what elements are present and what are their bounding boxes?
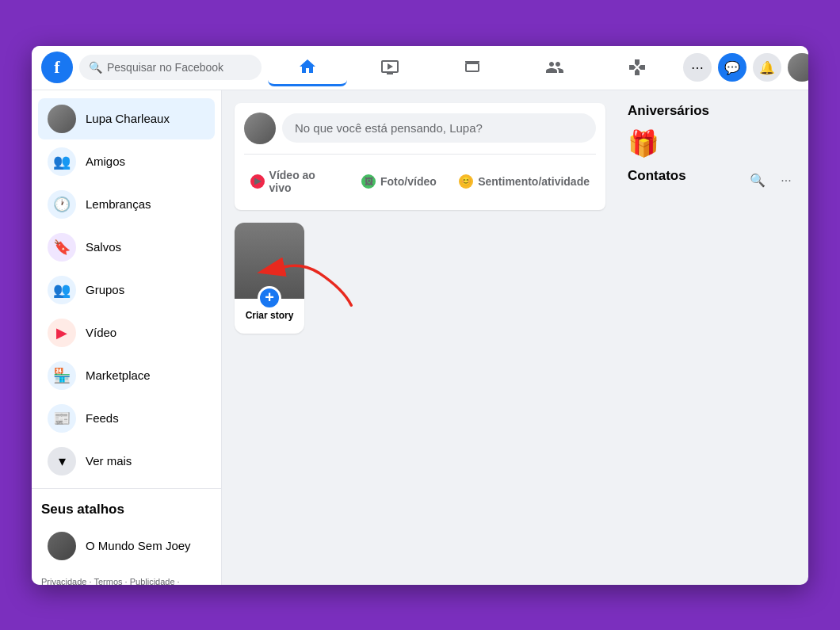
shortcut-avatar [48,532,76,560]
stories-row: + Criar story [235,223,605,334]
nav-icons [268,48,677,86]
more-icon: ▾ [48,447,76,475]
messenger-button[interactable]: 💬 [718,53,746,82]
story-plus-button[interactable]: + [258,286,281,310]
video-live-button[interactable]: ▶ Vídeo ao vivo [244,162,346,200]
feeling-label: Sentimento/atividade [478,175,590,188]
feeds-icon: 📰 [48,404,76,433]
footer-links: Privacidade · Termos · Publicidade · Esc… [41,575,212,585]
topbar: f 🔍 Pesquisar no Facebook [32,46,808,90]
marketplace-icon: 🏪 [48,361,76,390]
contacts-section: Contatos 🔍 ··· [628,168,799,193]
sidebar-footer: Privacidade · Termos · Publicidade · Esc… [32,568,221,585]
sidebar-user-name: Lupa Charleaux [86,112,170,125]
sidebar-memories-label: Lembranças [86,197,151,211]
topbar-right: ⋯ 💬 🔔 [683,53,808,82]
user-avatar-topbar[interactable] [788,53,808,82]
story-create-bg: + [235,223,304,299]
photo-video-button[interactable]: 🖼 Foto/vídeo [349,162,450,200]
nav-watch-button[interactable] [350,48,430,86]
sidebar-item-memories[interactable]: 🕐 Lembranças [38,184,215,225]
photo-label: Foto/vídeo [380,175,437,188]
sidebar-item-groups[interactable]: 👥 Grupos [38,269,215,311]
sidebar-groups-label: Grupos [86,283,124,296]
sidebar-more-label: Ver mais [86,454,132,468]
search-placeholder: Pesquisar no Facebook [107,61,223,74]
nav-home-button[interactable] [268,48,347,86]
facebook-logo[interactable]: f [41,52,73,83]
memories-icon: 🕐 [48,190,76,219]
contacts-more-button[interactable]: ··· [773,168,799,193]
sidebar-shortcut-0[interactable]: O Mundo Sem Joey [38,525,215,567]
right-panel: Aniversários 🎁 Contatos 🔍 ··· [618,90,808,585]
feeling-button[interactable]: 😊 Sentimento/atividade [452,162,596,200]
post-avatar [244,113,276,144]
contacts-search-button[interactable]: 🔍 [745,168,770,193]
friends-icon: 👥 [48,147,76,176]
story-create-card[interactable]: + Criar story [235,223,304,334]
video-dot: ▶ [250,174,265,189]
sidebar-item-video[interactable]: ▶ Vídeo [38,312,215,353]
sidebar-divider [32,488,221,489]
sidebar-feeds-label: Feeds [86,411,119,425]
shortcut-name: O Mundo Sem Joey [86,539,191,552]
birthdays-title: Aniversários [628,103,799,119]
sidebar-item-feeds[interactable]: 📰 Feeds [38,398,215,439]
search-icon: 🔍 [89,61,102,74]
post-actions: ▶ Vídeo ao vivo 🖼 Foto/vídeo 😊 Sentiment… [244,154,596,200]
story-create-text: Criar story [246,310,294,321]
nav-gaming-button[interactable] [598,48,677,86]
nav-marketplace-button[interactable] [433,48,512,86]
sidebar-video-label: Vídeo [86,326,116,339]
birthday-gift-icon: 🎁 [628,128,799,158]
user-avatar-sidebar [48,105,76,133]
feeling-dot: 😊 [459,174,473,189]
groups-icon: 👥 [48,276,76,304]
feed: No que você está pensando, Lupa? ▶ Vídeo… [222,90,618,585]
nav-friends-button[interactable] [515,48,594,86]
contacts-header: Contatos 🔍 ··· [628,168,799,193]
post-input[interactable]: No que você está pensando, Lupa? [282,113,596,143]
photo-dot: 🖼 [361,174,376,189]
contacts-actions: 🔍 ··· [745,168,799,193]
sidebar-item-friends[interactable]: 👥 Amigos [38,141,215,182]
sidebar-item-more[interactable]: ▾ Ver mais [38,441,215,482]
sidebar-marketplace-label: Marketplace [86,368,151,382]
sidebar-item-user[interactable]: Lupa Charleaux [38,98,215,139]
sidebar-item-marketplace[interactable]: 🏪 Marketplace [38,355,215,396]
search-box[interactable]: 🔍 Pesquisar no Facebook [79,55,262,80]
apps-button[interactable]: ⋯ [683,53,712,82]
post-box: No que você está pensando, Lupa? ▶ Vídeo… [235,103,605,210]
saved-icon: 🔖 [48,233,76,262]
sidebar-item-saved[interactable]: 🔖 Salvos [38,227,215,268]
shortcuts-title: Seus atalhos [32,495,221,524]
notifications-button[interactable]: 🔔 [753,53,781,82]
birthdays-section: Aniversários 🎁 [628,103,799,158]
post-box-top: No que você está pensando, Lupa? [244,113,596,144]
main-layout: Lupa Charleaux 👥 Amigos 🕐 Lembranças 🔖 S… [32,90,808,585]
sidebar-friends-label: Amigos [86,155,125,168]
contacts-title: Contatos [628,168,686,184]
main-content-wrap: No que você está pensando, Lupa? ▶ Vídeo… [222,90,618,585]
sidebar: Lupa Charleaux 👥 Amigos 🕐 Lembranças 🔖 S… [32,90,222,585]
video-label: Vídeo ao vivo [269,169,339,194]
sidebar-saved-label: Salvos [86,240,121,254]
video-icon: ▶ [48,319,76,347]
